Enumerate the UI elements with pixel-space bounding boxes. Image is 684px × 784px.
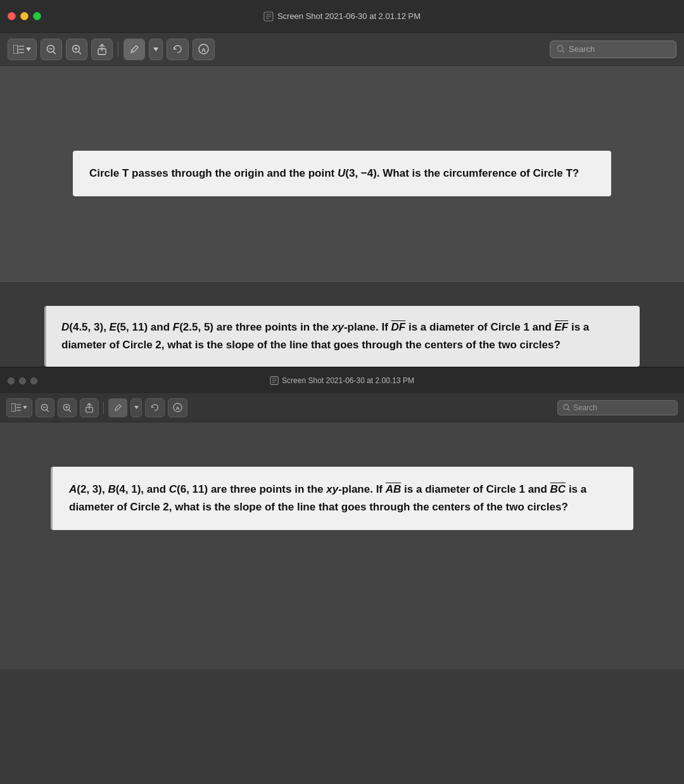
accessibility-button-2[interactable]: A: [168, 398, 187, 417]
toolbar-divider-2: [103, 401, 104, 414]
minimize-button-2[interactable]: [19, 377, 26, 384]
math-text-2: A(2, 3), B(4, 1), and C(6, 11) are three…: [69, 481, 617, 516]
annotate-chevron-2[interactable]: [130, 398, 142, 417]
svg-rect-26: [11, 403, 15, 411]
svg-line-17: [132, 50, 134, 52]
svg-line-10: [53, 51, 56, 54]
search-field-1[interactable]: Search: [550, 41, 676, 58]
math-text-overlap: D(4.5, 3), E(5, 11) and F(2.5, 5) are th…: [61, 319, 624, 354]
close-button-2[interactable]: [8, 377, 15, 384]
maximize-button-2[interactable]: [30, 377, 37, 384]
search-field-2[interactable]: Search: [557, 400, 678, 415]
math-card-2: A(2, 3), B(4, 1), and C(6, 11) are three…: [51, 467, 633, 530]
search-icon-2: [563, 404, 570, 411]
svg-line-14: [79, 51, 81, 54]
zoom-out-button[interactable]: [41, 39, 62, 60]
search-icon: [557, 45, 565, 53]
svg-rect-4: [13, 45, 18, 54]
annotate-button-2[interactable]: [108, 398, 127, 417]
titlebar-1: Screen Shot 2021-06-30 at 2.01.12 PM: [0, 0, 684, 33]
share-button[interactable]: [91, 39, 113, 60]
rotate-button-2[interactable]: [145, 398, 165, 417]
toolbar-divider-1: [118, 42, 118, 57]
zoom-out-button-2[interactable]: [35, 398, 54, 417]
maximize-button-1[interactable]: [33, 12, 41, 20]
annotate-chevron[interactable]: [149, 39, 163, 60]
traffic-lights-1: [8, 12, 41, 20]
math-card-1: Circle T passes through the origin and t…: [73, 151, 611, 196]
search-placeholder-2: Search: [573, 403, 597, 412]
search-placeholder-1: Search: [569, 44, 595, 54]
svg-line-36: [69, 410, 71, 412]
svg-text:A: A: [201, 47, 206, 53]
window-1: Screen Shot 2021-06-30 at 2.01.12 PM: [0, 0, 684, 367]
close-button-1[interactable]: [8, 12, 16, 20]
content-area-1: Circle T passes through the origin and t…: [0, 66, 684, 281]
zoom-in-button[interactable]: [66, 39, 87, 60]
svg-line-32: [47, 410, 49, 412]
math-text-1: Circle T passes through the origin and t…: [89, 165, 595, 182]
rotate-button[interactable]: [167, 39, 189, 60]
toolbar-1: A Search: [0, 33, 684, 66]
content-area-2: A(2, 3), B(4, 1), and C(6, 11) are three…: [0, 422, 684, 669]
share-button-2[interactable]: [80, 398, 99, 417]
annotate-button[interactable]: [124, 39, 145, 60]
math-card-overlap: D(4.5, 3), E(5, 11) and F(2.5, 5) are th…: [44, 306, 640, 367]
accessibility-button[interactable]: A: [193, 39, 215, 60]
minimize-button-1[interactable]: [20, 12, 28, 20]
sidebar-toggle-button-2[interactable]: [6, 398, 32, 417]
window-title-2: Screen Shot 2021-06-30 at 2.00.13 PM: [270, 376, 414, 385]
sidebar-toggle-button[interactable]: [8, 39, 37, 60]
titlebar-2: Screen Shot 2021-06-30 at 2.00.13 PM: [0, 368, 684, 393]
svg-line-42: [568, 409, 570, 411]
zoom-in-button-2[interactable]: [58, 398, 77, 417]
svg-text:A: A: [176, 405, 180, 411]
toolbar-2: A Search: [0, 393, 684, 422]
window-title-1: Screen Shot 2021-06-30 at 2.01.12 PM: [263, 11, 421, 22]
window-2: Screen Shot 2021-06-30 at 2.00.13 PM: [0, 367, 684, 669]
traffic-lights-2: [8, 377, 37, 384]
svg-line-21: [562, 51, 564, 53]
